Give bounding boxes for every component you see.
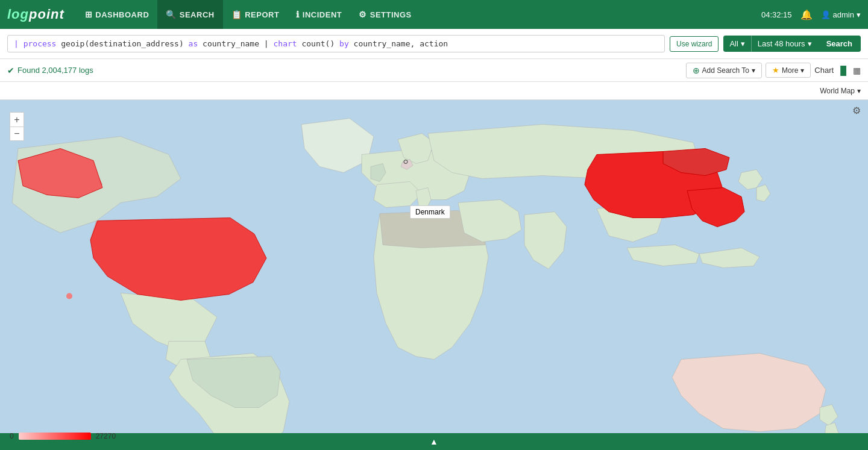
world-map-bar: World Map ▾ bbox=[0, 82, 868, 100]
user-menu[interactable]: 👤 admin ▾ bbox=[821, 10, 861, 19]
user-icon: 👤 bbox=[821, 10, 831, 19]
use-wizard-button[interactable]: Use wizard bbox=[670, 36, 719, 52]
legend-min: 0 bbox=[10, 432, 14, 440]
zoom-controls: + − bbox=[10, 112, 24, 141]
nav-incident[interactable]: ℹ INCIDENT bbox=[288, 0, 350, 29]
search-button[interactable]: Search bbox=[818, 36, 861, 52]
svg-point-2 bbox=[66, 293, 72, 299]
plus-icon: ⊕ bbox=[693, 66, 700, 75]
tile-chart-icon[interactable]: ▦ bbox=[853, 66, 861, 75]
star-icon: ★ bbox=[772, 66, 779, 75]
search-input-wrap[interactable]: | process geoip(destination_address) as … bbox=[7, 35, 665, 52]
chevron-down-icon: ▾ bbox=[752, 66, 755, 75]
map-settings-icon[interactable]: ⚙ bbox=[852, 105, 861, 116]
chevron-down-icon: ▾ bbox=[857, 10, 861, 19]
all-button[interactable]: All ▾ bbox=[723, 36, 750, 52]
dashboard-icon: ⊞ bbox=[85, 10, 93, 19]
time-range-button[interactable]: Last 48 hours ▾ bbox=[751, 36, 818, 52]
check-icon: ✔ bbox=[7, 66, 14, 75]
chevron-down-icon: ▾ bbox=[800, 66, 804, 75]
world-map-svg bbox=[0, 100, 868, 450]
chevron-down-icon: ▾ bbox=[857, 87, 861, 95]
map-legend: 0 27270 bbox=[10, 432, 116, 440]
add-search-button[interactable]: ⊕ Add Search To ▾ bbox=[686, 63, 763, 78]
report-icon: 📋 bbox=[231, 10, 242, 19]
chevron-down-icon: ▾ bbox=[741, 39, 745, 48]
bar-chart-icon[interactable]: ▐▌ bbox=[837, 66, 849, 75]
navbar: logpoint ⊞ DASHBOARD 🔍 SEARCH 📋 REPORT ℹ… bbox=[0, 0, 868, 29]
chart-controls: Chart ▐▌ ▦ bbox=[814, 66, 861, 75]
clock: 04:32:15 bbox=[761, 10, 792, 19]
search-query: | process geoip(destination_address) as … bbox=[14, 39, 448, 48]
bottom-bar: ▲ bbox=[0, 433, 868, 450]
logo: logpoint bbox=[7, 7, 64, 22]
nav-dashboard[interactable]: ⊞ DASHBOARD bbox=[77, 0, 158, 29]
incident-icon: ℹ bbox=[296, 10, 300, 19]
nav-report[interactable]: 📋 REPORT bbox=[223, 0, 288, 29]
nav-settings[interactable]: ⚙ SETTINGS bbox=[350, 0, 420, 29]
bell-icon[interactable]: 🔔 bbox=[800, 9, 813, 20]
legend-max: 27270 bbox=[96, 432, 116, 440]
settings-icon: ⚙ bbox=[359, 10, 367, 19]
zoom-in-button[interactable]: + bbox=[10, 112, 24, 127]
search-bar: | process geoip(destination_address) as … bbox=[0, 29, 868, 59]
zoom-out-button[interactable]: − bbox=[10, 127, 24, 141]
more-button[interactable]: ★ More ▾ bbox=[766, 63, 811, 78]
legend-bar bbox=[19, 433, 91, 440]
expand-icon[interactable]: ▲ bbox=[430, 437, 438, 446]
results-actions: ⊕ Add Search To ▾ ★ More ▾ Chart ▐▌ ▦ bbox=[686, 63, 861, 78]
search-nav-icon: 🔍 bbox=[166, 10, 177, 19]
world-map-select[interactable]: World Map ▾ bbox=[820, 87, 861, 95]
navbar-right: 04:32:15 🔔 👤 admin ▾ bbox=[761, 9, 861, 20]
results-found: ✔ Found 2,004,177 logs bbox=[7, 66, 93, 75]
nav-search[interactable]: 🔍 SEARCH bbox=[157, 0, 222, 29]
chevron-down-icon: ▾ bbox=[808, 39, 812, 48]
map-area: ⚙ + − bbox=[0, 100, 868, 450]
results-bar: ✔ Found 2,004,177 logs ⊕ Add Search To ▾… bbox=[0, 59, 868, 82]
